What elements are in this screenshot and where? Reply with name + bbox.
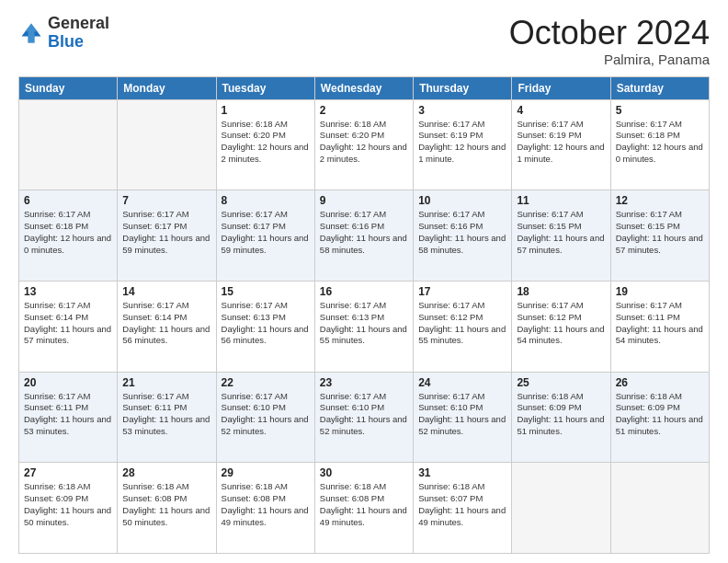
- calendar-cell: 13Sunrise: 6:17 AMSunset: 6:14 PMDayligh…: [19, 281, 118, 372]
- day-number: 16: [320, 285, 408, 298]
- title-block: October 2024 Palmira, Panama: [509, 15, 710, 67]
- calendar-cell: 22Sunrise: 6:17 AMSunset: 6:10 PMDayligh…: [216, 372, 314, 463]
- day-info: Sunrise: 6:17 AMSunset: 6:10 PMDaylight:…: [418, 391, 506, 438]
- day-number: 27: [24, 466, 112, 479]
- day-number: 4: [517, 104, 605, 117]
- location-subtitle: Palmira, Panama: [509, 52, 710, 67]
- calendar-cell: 15Sunrise: 6:17 AMSunset: 6:13 PMDayligh…: [216, 281, 314, 372]
- calendar-cell: 2Sunrise: 6:18 AMSunset: 6:20 PMDaylight…: [314, 99, 413, 190]
- calendar-cell: 23Sunrise: 6:17 AMSunset: 6:10 PMDayligh…: [314, 372, 413, 463]
- day-number: 14: [122, 285, 210, 298]
- calendar-cell: 20Sunrise: 6:17 AMSunset: 6:11 PMDayligh…: [19, 372, 118, 463]
- day-header-friday: Friday: [512, 76, 610, 99]
- day-number: 12: [616, 194, 704, 207]
- day-number: 25: [517, 376, 605, 389]
- day-info: Sunrise: 6:17 AMSunset: 6:11 PMDaylight:…: [616, 300, 704, 347]
- calendar-cell: [118, 99, 216, 190]
- day-number: 13: [24, 285, 112, 298]
- day-number: 19: [616, 285, 704, 298]
- day-number: 18: [517, 285, 605, 298]
- logo: General Blue: [18, 15, 109, 52]
- header: General Blue October 2024 Palmira, Panam…: [18, 15, 710, 67]
- calendar-cell: 9Sunrise: 6:17 AMSunset: 6:16 PMDaylight…: [314, 190, 413, 282]
- day-info: Sunrise: 6:18 AMSunset: 6:08 PMDaylight:…: [122, 481, 210, 528]
- day-number: 22: [222, 376, 310, 389]
- day-number: 30: [320, 466, 408, 479]
- day-info: Sunrise: 6:17 AMSunset: 6:10 PMDaylight:…: [222, 391, 310, 438]
- day-info: Sunrise: 6:17 AMSunset: 6:14 PMDaylight:…: [24, 300, 112, 347]
- logo-icon: [18, 20, 44, 46]
- day-header-saturday: Saturday: [610, 76, 709, 99]
- day-info: Sunrise: 6:17 AMSunset: 6:17 PMDaylight:…: [222, 209, 310, 256]
- day-info: Sunrise: 6:17 AMSunset: 6:15 PMDaylight:…: [616, 209, 704, 256]
- logo-general: General: [48, 14, 109, 32]
- day-number: 20: [24, 376, 112, 389]
- day-number: 11: [517, 194, 605, 207]
- calendar-cell: 27Sunrise: 6:18 AMSunset: 6:09 PMDayligh…: [19, 463, 118, 554]
- day-info: Sunrise: 6:17 AMSunset: 6:16 PMDaylight:…: [320, 209, 408, 256]
- day-info: Sunrise: 6:18 AMSunset: 6:09 PMDaylight:…: [616, 391, 704, 438]
- day-number: 28: [122, 466, 210, 479]
- calendar-cell: 19Sunrise: 6:17 AMSunset: 6:11 PMDayligh…: [610, 281, 709, 372]
- day-number: 2: [320, 104, 408, 117]
- day-info: Sunrise: 6:18 AMSunset: 6:08 PMDaylight:…: [222, 481, 310, 528]
- day-number: 6: [24, 194, 112, 207]
- day-number: 15: [222, 285, 310, 298]
- calendar-cell: 25Sunrise: 6:18 AMSunset: 6:09 PMDayligh…: [512, 372, 610, 463]
- calendar-row-4: 27Sunrise: 6:18 AMSunset: 6:09 PMDayligh…: [19, 463, 710, 554]
- day-info: Sunrise: 6:17 AMSunset: 6:12 PMDaylight:…: [517, 300, 605, 347]
- day-header-sunday: Sunday: [19, 76, 118, 99]
- day-info: Sunrise: 6:18 AMSunset: 6:09 PMDaylight:…: [24, 481, 112, 528]
- day-number: 10: [418, 194, 506, 207]
- page: General Blue October 2024 Palmira, Panam…: [0, 0, 728, 563]
- day-info: Sunrise: 6:17 AMSunset: 6:15 PMDaylight:…: [517, 209, 605, 256]
- calendar-cell: 11Sunrise: 6:17 AMSunset: 6:15 PMDayligh…: [512, 190, 610, 282]
- day-info: Sunrise: 6:17 AMSunset: 6:16 PMDaylight:…: [418, 209, 506, 256]
- calendar-cell: 28Sunrise: 6:18 AMSunset: 6:08 PMDayligh…: [118, 463, 216, 554]
- calendar-row-0: 1Sunrise: 6:18 AMSunset: 6:20 PMDaylight…: [19, 99, 710, 190]
- day-info: Sunrise: 6:18 AMSunset: 6:08 PMDaylight:…: [320, 481, 408, 528]
- day-info: Sunrise: 6:18 AMSunset: 6:20 PMDaylight:…: [320, 119, 408, 166]
- day-number: 3: [418, 104, 506, 117]
- day-info: Sunrise: 6:17 AMSunset: 6:17 PMDaylight:…: [122, 209, 210, 256]
- calendar-cell: 14Sunrise: 6:17 AMSunset: 6:14 PMDayligh…: [118, 281, 216, 372]
- calendar-row-1: 6Sunrise: 6:17 AMSunset: 6:18 PMDaylight…: [19, 190, 710, 282]
- calendar-cell: 26Sunrise: 6:18 AMSunset: 6:09 PMDayligh…: [610, 372, 709, 463]
- day-info: Sunrise: 6:17 AMSunset: 6:13 PMDaylight:…: [320, 300, 408, 347]
- day-info: Sunrise: 6:17 AMSunset: 6:11 PMDaylight:…: [122, 391, 210, 438]
- day-number: 26: [616, 376, 704, 389]
- day-info: Sunrise: 6:17 AMSunset: 6:19 PMDaylight:…: [517, 119, 605, 166]
- day-info: Sunrise: 6:17 AMSunset: 6:19 PMDaylight:…: [418, 119, 506, 166]
- calendar-cell: 1Sunrise: 6:18 AMSunset: 6:20 PMDaylight…: [216, 99, 314, 190]
- logo-text: General Blue: [48, 15, 109, 52]
- calendar-cell: 16Sunrise: 6:17 AMSunset: 6:13 PMDayligh…: [314, 281, 413, 372]
- day-info: Sunrise: 6:17 AMSunset: 6:11 PMDaylight:…: [24, 391, 112, 438]
- day-number: 29: [222, 466, 310, 479]
- day-number: 1: [222, 104, 310, 117]
- calendar-cell: 31Sunrise: 6:18 AMSunset: 6:07 PMDayligh…: [414, 463, 512, 554]
- month-title: October 2024: [509, 15, 710, 52]
- day-info: Sunrise: 6:17 AMSunset: 6:14 PMDaylight:…: [122, 300, 210, 347]
- calendar-table: SundayMondayTuesdayWednesdayThursdayFrid…: [18, 76, 710, 554]
- day-number: 17: [418, 285, 506, 298]
- calendar-cell: 12Sunrise: 6:17 AMSunset: 6:15 PMDayligh…: [610, 190, 709, 282]
- day-header-wednesday: Wednesday: [314, 76, 413, 99]
- day-info: Sunrise: 6:18 AMSunset: 6:07 PMDaylight:…: [418, 481, 506, 528]
- day-info: Sunrise: 6:18 AMSunset: 6:20 PMDaylight:…: [222, 119, 310, 166]
- day-number: 5: [616, 104, 704, 117]
- calendar-cell: 4Sunrise: 6:17 AMSunset: 6:19 PMDaylight…: [512, 99, 610, 190]
- calendar-cell: 8Sunrise: 6:17 AMSunset: 6:17 PMDaylight…: [216, 190, 314, 282]
- logo-blue: Blue: [48, 32, 84, 51]
- day-number: 24: [418, 376, 506, 389]
- day-header-tuesday: Tuesday: [216, 76, 314, 99]
- calendar-cell: 24Sunrise: 6:17 AMSunset: 6:10 PMDayligh…: [414, 372, 512, 463]
- calendar-cell: 10Sunrise: 6:17 AMSunset: 6:16 PMDayligh…: [414, 190, 512, 282]
- day-number: 23: [320, 376, 408, 389]
- day-info: Sunrise: 6:17 AMSunset: 6:18 PMDaylight:…: [24, 209, 112, 256]
- calendar-cell: 7Sunrise: 6:17 AMSunset: 6:17 PMDaylight…: [118, 190, 216, 282]
- calendar-cell: 17Sunrise: 6:17 AMSunset: 6:12 PMDayligh…: [414, 281, 512, 372]
- calendar-cell: 29Sunrise: 6:18 AMSunset: 6:08 PMDayligh…: [216, 463, 314, 554]
- calendar-cell: 30Sunrise: 6:18 AMSunset: 6:08 PMDayligh…: [314, 463, 413, 554]
- calendar-header-row: SundayMondayTuesdayWednesdayThursdayFrid…: [19, 76, 710, 99]
- day-info: Sunrise: 6:17 AMSunset: 6:12 PMDaylight:…: [418, 300, 506, 347]
